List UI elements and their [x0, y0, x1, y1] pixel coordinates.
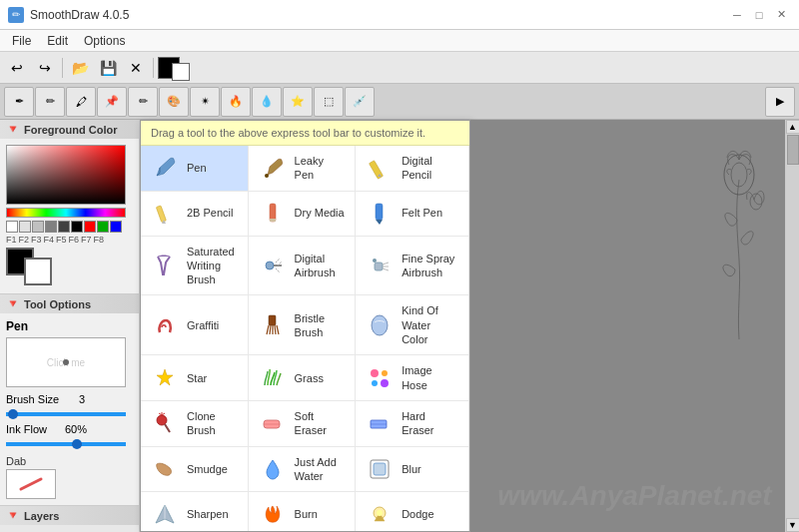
swatch-blue[interactable]	[110, 221, 122, 233]
ink-flow-value: 60%	[65, 423, 85, 435]
menubar: File Edit Options	[0, 30, 799, 52]
swatch-lightgray[interactable]	[19, 221, 31, 233]
tool-item-sharpen[interactable]: Sharpen	[141, 492, 249, 532]
pressure-curve-area[interactable]: Click me	[6, 337, 126, 387]
express-slot-8[interactable]: 🔥	[221, 87, 251, 117]
scroll-up-button[interactable]: ▲	[786, 120, 800, 134]
express-slot-5[interactable]: ✏	[128, 87, 158, 117]
close-button[interactable]: ✕	[771, 5, 791, 25]
tool-item-digital-airbrush[interactable]: Digital Airbrush	[249, 237, 357, 296]
layers-move-up-button[interactable]: ▲	[52, 527, 74, 532]
ink-flow-label: Ink Flow	[6, 423, 61, 435]
tool-item-dodge[interactable]: Dodge	[356, 492, 469, 532]
scrollbar-thumb[interactable]	[787, 135, 799, 165]
tool-item-star[interactable]: Star	[141, 355, 249, 401]
tool-item-dry-media[interactable]: Dry Media	[249, 192, 357, 237]
redo-button[interactable]: ↪	[32, 55, 58, 81]
express-slot-3[interactable]: 🖍	[66, 87, 96, 117]
express-slot-11[interactable]: ⬚	[314, 87, 344, 117]
express-slot-2[interactable]: ✏	[35, 87, 65, 117]
express-slot-7[interactable]: ✴	[190, 87, 220, 117]
tool-item-digital-pencil[interactable]: Digital Pencil	[356, 146, 469, 192]
tool-item-image-hose[interactable]: Image Hose	[356, 355, 469, 401]
swatch-gray[interactable]	[32, 221, 44, 233]
layers-header[interactable]: 🔻 Layers	[0, 506, 139, 525]
swatch-green[interactable]	[97, 221, 109, 233]
bg-color-box[interactable]	[24, 258, 52, 285]
color-gradient[interactable]	[6, 145, 126, 205]
svg-point-17	[382, 370, 388, 376]
svg-point-18	[372, 380, 378, 386]
layers-add-button[interactable]: 📄	[4, 527, 26, 532]
close-doc-button[interactable]: ✕	[123, 55, 149, 81]
swatch-nearblack[interactable]	[58, 221, 70, 233]
tool-label-kind-of-water-color: Kind Of Water Color	[401, 303, 458, 346]
tool-label-grass: Grass	[295, 371, 324, 385]
pressure-dot	[63, 359, 69, 365]
watermark-text: www.AnyaPlanet.net	[497, 480, 771, 512]
svg-rect-7	[270, 219, 276, 222]
tool-item-pen[interactable]: Pen	[141, 146, 249, 192]
menu-options[interactable]: Options	[76, 32, 133, 50]
tool-item-hard-eraser[interactable]: Hard Eraser	[356, 401, 469, 447]
menu-edit[interactable]: Edit	[39, 32, 76, 50]
maximize-button[interactable]: □	[749, 5, 769, 25]
svg-point-19	[381, 379, 389, 387]
express-slot-4[interactable]: 📌	[97, 87, 127, 117]
express-slot-6[interactable]: 🎨	[159, 87, 189, 117]
menu-file[interactable]: File	[4, 32, 39, 50]
tool-label-smudge: Smudge	[187, 462, 228, 476]
tool-item-felt-pen[interactable]: Felt Pen	[356, 192, 469, 237]
tool-item-kind-of-water-color[interactable]: Kind Of Water Color	[356, 295, 469, 355]
tool-options-label: Tool Options	[24, 298, 91, 310]
tool-item-fine-spray-airbrush[interactable]: Fine Spray Airbrush	[356, 237, 469, 296]
hue-bar[interactable]	[6, 208, 126, 218]
ink-flow-slider[interactable]	[6, 442, 126, 446]
tool-item-soft-eraser[interactable]: Soft Eraser	[249, 401, 357, 447]
tool-item-2b-pencil[interactable]: 2B Pencil	[141, 192, 249, 237]
tool-item-bristle-brush[interactable]: Bristle Brush	[249, 295, 357, 355]
express-slot-10[interactable]: ⭐	[283, 87, 313, 117]
express-arrow-right[interactable]: ▶	[765, 87, 795, 117]
tool-item-just-add-water[interactable]: Just Add Water	[249, 447, 357, 493]
tool-icon-dodge	[366, 500, 394, 528]
tool-item-grass[interactable]: Grass	[249, 355, 357, 401]
swatch-black[interactable]	[71, 221, 83, 233]
tool-item-blur[interactable]: Blur	[356, 447, 469, 493]
tool-item-graffiti[interactable]: Graffiti	[141, 295, 249, 355]
background-color-indicator[interactable]	[172, 63, 190, 81]
express-slot-12[interactable]: 💉	[345, 87, 375, 117]
swatch-red[interactable]	[84, 221, 96, 233]
dab-box	[6, 469, 56, 499]
layers-move-down-button[interactable]: ▼	[76, 527, 98, 532]
foreground-color-header[interactable]: 🔻 Foreground Color	[0, 120, 139, 139]
open-button[interactable]: 📂	[67, 55, 93, 81]
minimize-button[interactable]: ─	[727, 5, 747, 25]
tool-icon-smudge	[151, 455, 179, 483]
swatch-darkgray[interactable]	[45, 221, 57, 233]
undo-button[interactable]: ↩	[4, 55, 30, 81]
tool-item-burn[interactable]: Burn	[249, 492, 357, 532]
tool-item-saturated-writing-brush[interactable]: Saturated Writing Brush	[141, 237, 249, 296]
tool-label-image-hose: Image Hose	[401, 363, 458, 392]
tool-icon-saturated-writing-brush	[151, 252, 179, 279]
express-slot-1[interactable]: ✒	[4, 87, 34, 117]
express-toolbar: ✒ ✏ 🖍 📌 ✏ 🎨 ✴ 🔥 💧 ⭐ ⬚ 💉 ▶	[0, 84, 799, 120]
svg-rect-11	[375, 263, 383, 270]
tool-item-clone-brush[interactable]: Clone Brush	[141, 401, 249, 447]
brush-size-slider[interactable]	[6, 412, 126, 416]
express-slot-9[interactable]: 💧	[252, 87, 282, 117]
scroll-down-button[interactable]: ▼	[786, 518, 800, 532]
svg-rect-26	[374, 463, 386, 475]
tool-options-header[interactable]: 🔻 Tool Options	[0, 294, 139, 313]
save-button[interactable]: 💾	[95, 55, 121, 81]
tool-item-smudge[interactable]: Smudge	[141, 447, 249, 493]
svg-point-1	[265, 174, 269, 178]
canvas-area[interactable]: www.AnyaPlanet.net ▲ ▼	[470, 120, 799, 532]
tool-item-leaky-pen[interactable]: Leaky Pen	[249, 146, 357, 192]
tool-icon-burn	[259, 500, 287, 528]
layers-toolbar: 📄 🗑 ▲ ▼	[0, 525, 139, 532]
tool-label-burn: Burn	[295, 507, 318, 521]
layers-delete-button[interactable]: 🗑	[28, 527, 50, 532]
swatch-white[interactable]	[6, 221, 18, 233]
